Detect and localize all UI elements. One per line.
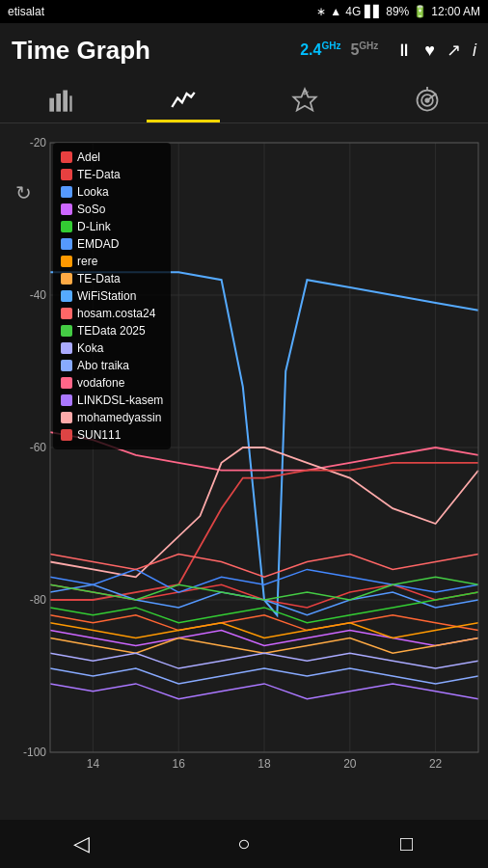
wifi-icon: ▲	[330, 5, 341, 18]
legend-item: TEData 2025	[61, 322, 163, 339]
legend-network-name: TE-Data	[77, 270, 121, 287]
legend-color-swatch	[61, 394, 72, 406]
legend-network-name: SUN111	[77, 426, 121, 444]
legend-item: Looka	[61, 183, 163, 201]
network-legend: AdelTE-DataLookaSoSoD-LinkEMDADrereTE-Da…	[53, 143, 171, 449]
share-button[interactable]: ↗	[447, 40, 461, 61]
legend-item: Abo traika	[61, 357, 163, 374]
legend-item: rere	[61, 253, 163, 270]
legend-color-swatch	[61, 186, 72, 198]
legend-item: LINKDSL-kasem	[61, 392, 163, 409]
pause-button[interactable]: ⏸	[395, 41, 413, 61]
legend-network-name: mohamedyassin	[77, 409, 161, 426]
tab-time-graph[interactable]	[122, 77, 245, 122]
legend-network-name: Abo traika	[77, 357, 129, 374]
chart-container: AdelTE-DataLookaSoSoD-LinkEMDADrereTE-Da…	[0, 123, 488, 820]
home-button[interactable]: ○	[215, 831, 273, 856]
legend-color-swatch	[61, 203, 72, 215]
legend-item: EMDAD	[61, 235, 163, 253]
legend-item: D-Link	[61, 218, 163, 235]
bottom-nav: ◁ ○ □	[0, 820, 488, 868]
legend-color-swatch	[61, 308, 72, 319]
legend-color-swatch	[61, 360, 72, 371]
legend-color-swatch	[61, 169, 72, 180]
signal-label: 4G	[345, 5, 361, 18]
legend-color-swatch	[61, 325, 72, 337]
legend-network-name: TEData 2025	[77, 322, 146, 339]
back-button[interactable]: ◁	[52, 831, 110, 856]
time-label: 12:00 AM	[431, 5, 480, 18]
svg-rect-2	[64, 90, 68, 111]
legend-color-swatch	[61, 412, 72, 423]
signal-bars: ▋▋	[365, 5, 382, 18]
app-header: Time Graph 2.4GHz 5GHz ⏸ ♥ ↗ i	[0, 23, 488, 77]
legend-item: mohamedyassin	[61, 409, 163, 426]
bluetooth-icon: ∗	[316, 5, 326, 18]
legend-network-name: Looka	[77, 183, 109, 201]
legend-item: Adel	[61, 149, 163, 166]
legend-color-swatch	[61, 342, 72, 354]
legend-color-swatch	[61, 238, 72, 250]
page-title: Time Graph	[12, 36, 290, 66]
legend-network-name: EMDAD	[77, 235, 119, 253]
legend-color-swatch	[61, 273, 72, 285]
svg-rect-0	[50, 97, 55, 111]
stethoscope-icon[interactable]: ♥	[424, 41, 435, 61]
legend-color-swatch	[61, 151, 72, 163]
legend-item: SUN111	[61, 426, 163, 444]
status-bar: etisalat ∗ ▲ 4G ▋▋ 89% 🔋 12:00 AM	[0, 0, 488, 23]
legend-network-name: WiFiStation	[77, 287, 136, 305]
status-icons: ∗ ▲ 4G ▋▋ 89% 🔋 12:00 AM	[316, 5, 480, 18]
legend-item: SoSo	[61, 201, 163, 218]
legend-item: hosam.costa24	[61, 305, 163, 322]
legend-network-name: Koka	[77, 339, 103, 357]
legend-item: TE-Data	[61, 166, 163, 183]
legend-color-swatch	[61, 429, 72, 441]
legend-item: vodafone	[61, 374, 163, 392]
legend-color-swatch	[61, 256, 72, 267]
battery-icon: 🔋	[413, 5, 427, 18]
legend-color-swatch	[61, 377, 72, 389]
legend-color-swatch	[61, 290, 72, 302]
legend-network-name: hosam.costa24	[77, 305, 155, 322]
svg-rect-3	[70, 95, 72, 111]
legend-network-name: Adel	[77, 149, 100, 166]
legend-network-name: vodafone	[77, 374, 124, 392]
battery-label: 89%	[386, 5, 409, 18]
carrier-label: etisalat	[8, 5, 44, 18]
legend-item: WiFiStation	[61, 287, 163, 305]
tab-radar[interactable]	[366, 77, 489, 122]
legend-color-swatch	[61, 221, 72, 232]
svg-rect-1	[57, 94, 62, 112]
tab-stars[interactable]	[244, 77, 366, 122]
freq-2ghz-label[interactable]: 2.4GHz	[300, 41, 340, 59]
tab-bar-chart[interactable]	[0, 77, 122, 122]
info-button[interactable]: i	[473, 41, 476, 61]
header-actions: ⏸ ♥ ↗ i	[395, 40, 476, 61]
legend-network-name: TE-Data	[77, 166, 121, 183]
tab-bar	[0, 77, 488, 123]
legend-item: TE-Data	[61, 270, 163, 287]
reload-icon[interactable]: ↻	[15, 181, 32, 204]
legend-network-name: LINKDSL-kasem	[77, 392, 163, 409]
legend-network-name: D-Link	[77, 218, 111, 235]
legend-item: Koka	[61, 339, 163, 357]
legend-network-name: SoSo	[77, 201, 105, 218]
freq-5ghz-label[interactable]: 5GHz	[350, 41, 378, 59]
legend-network-name: rere	[77, 253, 97, 270]
recent-button[interactable]: □	[378, 831, 436, 856]
